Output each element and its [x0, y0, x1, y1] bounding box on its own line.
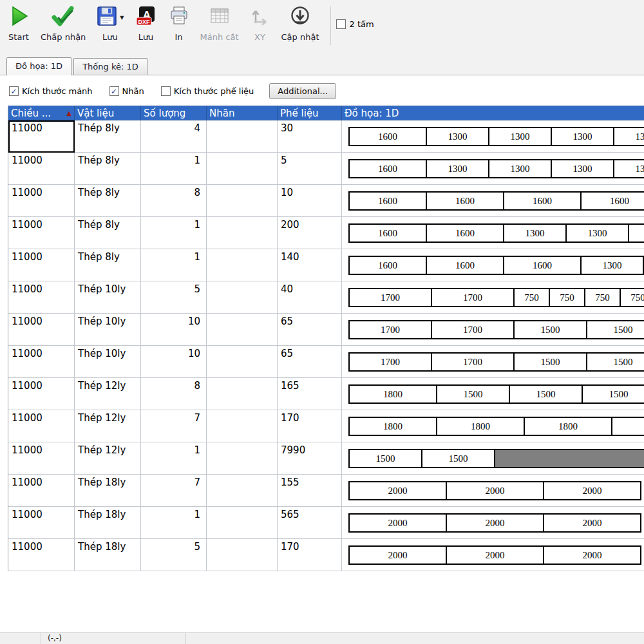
cell-graphic[interactable]: 16001300130013001300: [342, 153, 644, 185]
cell-graphic[interactable]: 200020002000: [342, 539, 644, 571]
cell-graphic[interactable]: 16001600130013001300: [342, 217, 644, 249]
cell-material[interactable]: Thép 18ly: [75, 507, 141, 539]
cell-graphic[interactable]: 200020002000: [342, 475, 644, 507]
cell-waste[interactable]: 200: [278, 217, 342, 249]
cell-label[interactable]: [207, 185, 278, 217]
cell-waste[interactable]: 65: [278, 314, 342, 346]
cell-label[interactable]: [207, 378, 278, 410]
start-button[interactable]: Start: [3, 1, 35, 43]
cell-material[interactable]: Thép 8ly: [75, 153, 141, 185]
column-header-2[interactable]: Số lượng: [141, 106, 207, 120]
cell-waste[interactable]: 170: [278, 410, 342, 442]
column-header-4[interactable]: Phế liệu: [278, 106, 342, 120]
cell-graphic[interactable]: 1800150015001500: [342, 378, 644, 410]
cell-material[interactable]: Thép 12ly: [75, 442, 141, 475]
cell-waste[interactable]: 165: [278, 378, 342, 410]
cell-waste[interactable]: 10: [278, 185, 342, 217]
cell-label[interactable]: [207, 539, 278, 571]
cell-label[interactable]: [207, 281, 278, 314]
cell-length[interactable]: 11000: [8, 217, 75, 249]
cell-length[interactable]: 11000: [8, 410, 75, 442]
cell-material[interactable]: Thép 10ly: [75, 281, 141, 314]
tab-do-hoa-1d[interactable]: Đồ họa: 1D: [6, 57, 71, 75]
cell-length[interactable]: 11000: [8, 120, 75, 153]
filter-checkbox-1[interactable]: ✓Nhãn: [109, 86, 144, 96]
cell-material[interactable]: Thép 10ly: [75, 314, 141, 346]
cell-material[interactable]: Thép 18ly: [75, 475, 141, 507]
cell-quantity[interactable]: 8: [141, 185, 207, 217]
cell-waste[interactable]: 65: [278, 346, 342, 378]
two-sheets-checkbox[interactable]: 2 tấm: [336, 19, 374, 29]
cell-label[interactable]: [207, 120, 278, 153]
cell-length[interactable]: 11000: [8, 475, 75, 507]
cell-material[interactable]: Thép 8ly: [75, 249, 141, 281]
cell-waste[interactable]: 170: [278, 539, 342, 571]
print-button[interactable]: In: [164, 1, 194, 43]
cell-length[interactable]: 11000: [8, 153, 75, 185]
cell-label[interactable]: [207, 346, 278, 378]
cell-material[interactable]: Thép 10ly: [75, 346, 141, 378]
cell-length[interactable]: 11000: [8, 314, 75, 346]
cell-quantity[interactable]: 7: [141, 410, 207, 442]
cell-graphic[interactable]: 1700170015001500: [342, 346, 644, 378]
column-header-1[interactable]: Vật liệu: [75, 106, 141, 120]
accept-button[interactable]: Chấp nhận: [36, 1, 90, 43]
cell-material[interactable]: Thép 12ly: [75, 378, 141, 410]
cell-length[interactable]: 11000: [8, 442, 75, 475]
cell-waste[interactable]: 565: [278, 507, 342, 539]
tab-thong-ke-1d[interactable]: Thống kê: 1D: [73, 58, 147, 75]
cell-material[interactable]: Thép 18ly: [75, 539, 141, 571]
cell-waste[interactable]: 30: [278, 120, 342, 153]
cell-material[interactable]: Thép 8ly: [75, 185, 141, 217]
cell-quantity[interactable]: 1: [141, 249, 207, 281]
save-dxf-button[interactable]: ADXFLưu: [130, 1, 162, 43]
filter-checkbox-0[interactable]: ✓Kích thước mảnh: [9, 86, 93, 96]
cell-length[interactable]: 11000: [8, 539, 75, 571]
checkbox-icon[interactable]: ✓: [9, 86, 19, 96]
cell-waste[interactable]: 140: [278, 249, 342, 281]
cell-quantity[interactable]: 1: [141, 153, 207, 185]
cut-pieces-button[interactable]: Mảnh cắt: [196, 1, 243, 43]
cell-length[interactable]: 11000: [8, 378, 75, 410]
cell-waste[interactable]: 40: [278, 281, 342, 314]
cell-label[interactable]: [207, 314, 278, 346]
cell-length[interactable]: 11000: [8, 281, 75, 314]
checkbox-icon[interactable]: [336, 19, 346, 29]
cell-material[interactable]: Thép 8ly: [75, 217, 141, 249]
save-button[interactable]: ▼Lưu: [91, 1, 128, 43]
cell-graphic[interactable]: 1600160016001300: [342, 249, 644, 281]
cell-quantity[interactable]: 8: [141, 378, 207, 410]
cell-waste[interactable]: 7990: [278, 442, 342, 475]
cell-graphic[interactable]: 17001700750750750750: [342, 281, 644, 314]
xy-button[interactable]: XY: [245, 1, 276, 43]
cell-quantity[interactable]: 10: [141, 314, 207, 346]
column-header-0[interactable]: Chiều ...▲: [8, 106, 75, 120]
filter-checkbox-2[interactable]: Kích thước phế liệu: [161, 86, 254, 96]
checkbox-icon[interactable]: ✓: [109, 86, 119, 96]
cell-label[interactable]: [207, 217, 278, 249]
cell-label[interactable]: [207, 507, 278, 539]
cell-material[interactable]: Thép 12ly: [75, 410, 141, 442]
cell-material[interactable]: Thép 8ly: [75, 120, 141, 153]
update-button[interactable]: Cập nhật: [277, 1, 324, 43]
cell-quantity[interactable]: 1: [141, 442, 207, 475]
cell-quantity[interactable]: 10: [141, 346, 207, 378]
cell-graphic[interactable]: 200020002000: [342, 507, 644, 539]
cell-label[interactable]: [207, 249, 278, 281]
cell-length[interactable]: 11000: [8, 185, 75, 217]
cell-quantity[interactable]: 1: [141, 217, 207, 249]
cell-quantity[interactable]: 1: [141, 507, 207, 539]
cell-quantity[interactable]: 7: [141, 475, 207, 507]
cell-graphic[interactable]: 1800180018001800: [342, 410, 644, 442]
cell-length[interactable]: 11000: [8, 249, 75, 281]
dropdown-arrow-icon[interactable]: ▼: [120, 15, 124, 21]
cell-waste[interactable]: 155: [278, 475, 342, 507]
additional-button[interactable]: Additional...: [269, 83, 336, 99]
cell-length[interactable]: 11000: [8, 507, 75, 539]
cell-length[interactable]: 11000: [8, 346, 75, 378]
cell-graphic[interactable]: 16001300130013001300: [342, 120, 644, 153]
column-header-5[interactable]: Đồ họa: 1D: [342, 106, 644, 120]
cell-graphic[interactable]: 1600160016001600: [342, 185, 644, 217]
cell-label[interactable]: [207, 153, 278, 185]
cell-label[interactable]: [207, 475, 278, 507]
